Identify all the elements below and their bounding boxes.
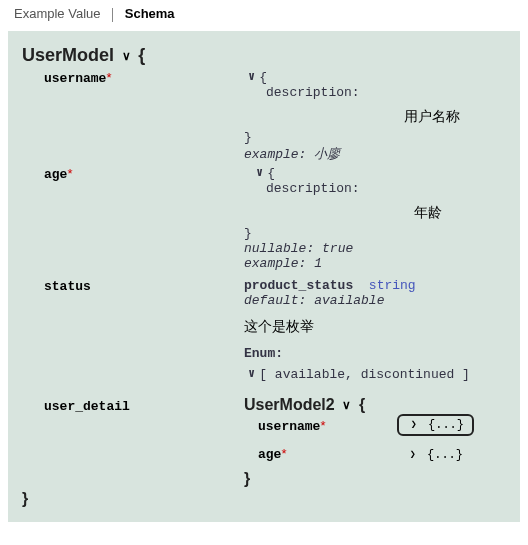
status-type-name: product_status — [244, 278, 353, 293]
example-label: example: — [244, 256, 306, 271]
status-note: 这个是枚举 — [244, 318, 470, 336]
description-label: description: — [266, 181, 360, 196]
example-value: 1 — [314, 256, 322, 271]
required-marker: * — [281, 446, 286, 461]
default-value: available — [314, 293, 384, 308]
description-value: 用户名称 — [404, 108, 460, 126]
description-label: description: — [266, 85, 360, 100]
enum-close: ] — [462, 367, 470, 382]
collapsed-toggle[interactable]: {...} — [397, 414, 474, 436]
collapsed-label: {...} — [427, 448, 463, 462]
example-value: 小廖 — [314, 147, 340, 162]
required-marker: * — [106, 70, 111, 85]
prop-ud-age: age — [258, 447, 281, 462]
collapsed-toggle[interactable]: {...} — [399, 446, 470, 464]
chevron-right-icon — [410, 447, 416, 461]
brace-open: { — [267, 166, 275, 181]
prop-age: age — [44, 167, 67, 182]
tab-separator — [112, 8, 113, 22]
tab-schema[interactable]: Schema — [119, 4, 181, 23]
brace-close: } — [244, 226, 353, 241]
brace-close: } — [244, 130, 340, 145]
chevron-right-icon — [411, 417, 417, 431]
chevron-down-icon[interactable] — [122, 49, 131, 63]
chevron-down-icon[interactable] — [256, 165, 263, 180]
default-label: default: — [244, 293, 306, 308]
description-value: 年龄 — [414, 204, 442, 222]
ref-model-name: UserModel2 — [244, 396, 335, 413]
required-marker: * — [320, 418, 325, 433]
prop-status: status — [44, 279, 91, 294]
enum-open: [ — [259, 367, 267, 382]
prop-user-detail: user_detail — [44, 399, 130, 414]
brace-close: } — [22, 490, 28, 507]
model-name: UserModel — [22, 45, 114, 65]
brace-open: { — [259, 70, 267, 85]
brace-open: { — [138, 45, 145, 65]
tabs: Example Value Schema — [0, 0, 528, 25]
nullable-value: true — [322, 241, 353, 256]
chevron-down-icon[interactable] — [248, 366, 255, 381]
brace-open: { — [359, 396, 365, 413]
tab-example-value[interactable]: Example Value — [8, 4, 106, 23]
prop-username: username — [44, 71, 106, 86]
nullable-label: nullable: — [244, 241, 314, 256]
schema-panel: UserModel { username* { description: 用户名… — [8, 31, 520, 522]
example-label: example: — [244, 147, 306, 162]
enum-items: available, discontinued — [275, 367, 454, 382]
prop-ud-username: username — [258, 419, 320, 434]
chevron-down-icon[interactable] — [248, 69, 255, 84]
status-type-suffix: string — [369, 278, 416, 293]
enum-label: Enum: — [244, 346, 470, 361]
required-marker: * — [67, 166, 72, 181]
brace-close: } — [244, 470, 250, 487]
chevron-down-icon[interactable] — [342, 398, 351, 412]
collapsed-label: {...} — [428, 418, 464, 432]
